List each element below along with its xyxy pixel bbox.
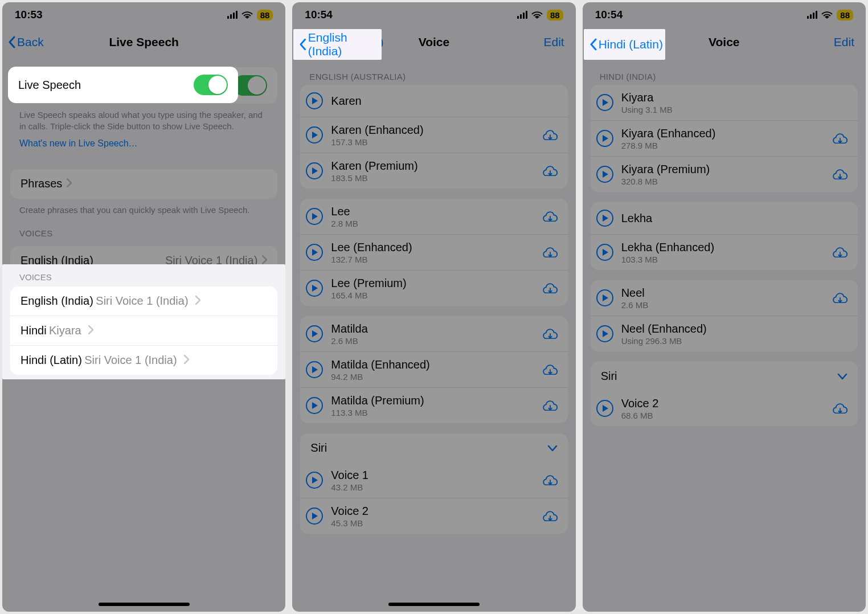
voice-group: Matilda2.6 MBMatilda (Enhanced)94.2 MBMa… xyxy=(300,316,567,423)
voice-row[interactable]: Lee2.8 MB xyxy=(300,199,567,234)
hl-voices-header: VOICES xyxy=(19,272,268,282)
whats-new-link[interactable]: What's new in Live Speech… xyxy=(19,138,268,149)
play-button[interactable] xyxy=(596,210,613,227)
play-button[interactable] xyxy=(596,325,613,342)
download-button[interactable] xyxy=(542,326,559,341)
voice-lang-row[interactable]: Hindi (Latin) Siri Voice 1 (India) xyxy=(10,345,277,375)
voice-row[interactable]: Voice 268.6 MB xyxy=(591,391,858,426)
play-button[interactable] xyxy=(596,94,613,111)
download-button[interactable] xyxy=(542,362,559,377)
home-indicator[interactable] xyxy=(388,603,480,606)
hl-back-label: Hindi (Latin) xyxy=(599,38,663,51)
download-button[interactable] xyxy=(832,290,849,305)
status-time: 10:54 xyxy=(595,9,623,21)
voice-size: 103.3 MB xyxy=(621,255,714,264)
download-button[interactable] xyxy=(832,131,849,146)
highlight-live-speech-toggle[interactable] xyxy=(194,75,228,95)
siri-group: Siri Voice 268.6 MB xyxy=(591,362,858,426)
voice-name: Lee (Premium) xyxy=(331,276,406,290)
voice-row[interactable]: Matilda (Premium)113.3 MB xyxy=(300,387,567,423)
home-indicator[interactable] xyxy=(99,603,190,606)
voice-row[interactable]: Voice 143.2 MB xyxy=(300,462,567,498)
download-button[interactable] xyxy=(542,281,559,296)
voice-row[interactable]: Karen (Premium)183.5 MB xyxy=(300,153,567,189)
voice-group-header: ENGLISH (AUSTRALIA) xyxy=(309,72,558,81)
play-button[interactable] xyxy=(306,361,323,378)
voice-row[interactable]: Neel2.6 MB xyxy=(591,280,858,316)
voice-row[interactable]: Matilda (Enhanced)94.2 MB xyxy=(300,351,567,387)
play-button[interactable] xyxy=(306,397,323,414)
play-button[interactable] xyxy=(596,289,613,306)
chevron-left-icon xyxy=(8,36,16,48)
back-label: Back xyxy=(17,35,44,49)
siri-header-row[interactable]: Siri xyxy=(300,433,567,462)
voice-size: 43.2 MB xyxy=(331,482,369,492)
voice-row[interactable]: Voice 245.3 MB xyxy=(300,498,567,534)
battery-icon: 88 xyxy=(837,10,853,21)
edit-button[interactable]: Edit xyxy=(834,35,854,49)
voice-row[interactable]: Lee (Enhanced)132.7 MB xyxy=(300,234,567,270)
phrases-row[interactable]: Phrases xyxy=(10,169,277,199)
play-button[interactable] xyxy=(306,280,323,297)
download-button[interactable] xyxy=(542,509,559,523)
voice-row[interactable]: Matilda2.6 MB xyxy=(300,316,567,351)
phrases-description: Create phrases that you can quickly spea… xyxy=(19,204,268,216)
live-speech-toggle[interactable] xyxy=(233,75,267,96)
download-button[interactable] xyxy=(542,473,559,488)
edit-button[interactable]: Edit xyxy=(543,35,564,49)
siri-header-label: Siri xyxy=(310,441,327,455)
voice-row[interactable]: Neel (Enhanced)Using 296.3 MB xyxy=(591,316,858,351)
voice-row[interactable]: Lekha xyxy=(591,202,858,234)
back-button[interactable]: Back xyxy=(2,35,44,49)
voice-name: Matilda (Premium) xyxy=(331,394,424,407)
cloud-download-icon xyxy=(832,131,849,144)
play-button[interactable] xyxy=(306,244,323,261)
play-button[interactable] xyxy=(306,92,323,109)
voice-row[interactable]: Kiyara (Enhanced)278.9 MB xyxy=(591,120,858,156)
play-button[interactable] xyxy=(306,325,323,342)
voice-row[interactable]: KiyaraUsing 3.1 MB xyxy=(591,85,858,120)
download-button[interactable] xyxy=(542,398,559,413)
voice-name: Karen (Premium) xyxy=(331,159,417,173)
play-button[interactable] xyxy=(596,130,613,147)
voice-name: Kiyara (Enhanced) xyxy=(621,126,716,140)
download-button[interactable] xyxy=(542,163,559,178)
play-button[interactable] xyxy=(306,208,323,225)
voice-lang-row[interactable]: English (India) Siri Voice 1 (India) xyxy=(10,286,277,316)
play-button[interactable] xyxy=(306,126,323,144)
download-button[interactable] xyxy=(542,128,559,142)
play-icon xyxy=(312,167,318,174)
voice-name: Matilda xyxy=(331,322,367,335)
play-button[interactable] xyxy=(596,400,613,417)
play-icon xyxy=(312,402,318,409)
play-button[interactable] xyxy=(306,162,323,179)
voice-row[interactable]: Karen xyxy=(300,85,567,117)
status-bar: 10:53 88 xyxy=(2,2,285,25)
status-time: 10:53 xyxy=(15,9,43,21)
download-button[interactable] xyxy=(542,209,559,224)
siri-header-row[interactable]: Siri xyxy=(591,362,858,391)
play-icon xyxy=(603,405,608,412)
voice-row[interactable]: Lekha (Enhanced)103.3 MB xyxy=(591,234,858,270)
play-button[interactable] xyxy=(306,472,323,489)
voice-size: Using 296.3 MB xyxy=(621,336,707,346)
phrases-label: Phrases xyxy=(21,177,62,190)
voice-row[interactable]: Lee (Premium)165.4 MB xyxy=(300,270,567,306)
chevron-left-icon xyxy=(589,38,597,51)
voice-row[interactable]: Kiyara (Premium)320.8 MB xyxy=(591,156,858,192)
play-button[interactable] xyxy=(596,166,613,183)
download-button[interactable] xyxy=(832,167,849,182)
cloud-download-icon xyxy=(542,509,559,521)
cloud-download-icon xyxy=(542,163,559,176)
signal-icon xyxy=(517,11,527,19)
siri-header-label: Siri xyxy=(601,370,617,383)
download-button[interactable] xyxy=(832,401,849,416)
play-button[interactable] xyxy=(306,507,323,525)
play-icon xyxy=(312,97,318,104)
download-button[interactable] xyxy=(832,245,849,260)
cloud-download-icon xyxy=(832,290,849,303)
download-button[interactable] xyxy=(542,245,559,260)
voice-lang-row[interactable]: Hindi Kiyara xyxy=(10,316,277,345)
play-button[interactable] xyxy=(596,244,613,261)
voice-row[interactable]: Karen (Enhanced)157.3 MB xyxy=(300,117,567,153)
